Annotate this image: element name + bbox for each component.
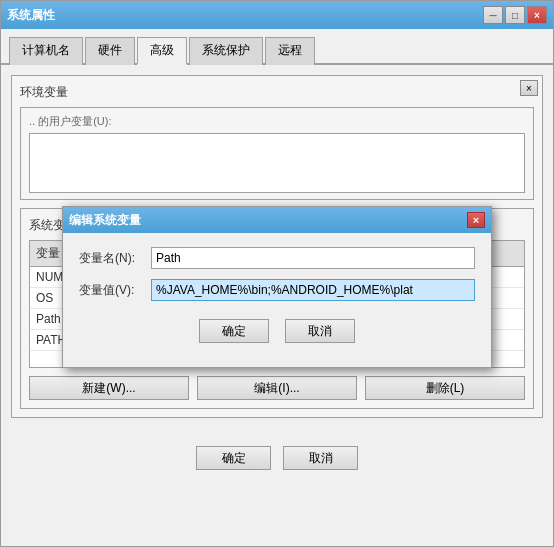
dialog-title-bar: 编辑系统变量 × — [63, 207, 491, 233]
title-bar-buttons: ─ □ × — [483, 6, 547, 24]
main-cancel-button[interactable]: 取消 — [283, 446, 358, 470]
env-panel: 环境变量 × .. 的用户变量(U): 编辑系统变量 × 变量名(N): — [11, 75, 543, 418]
content-area: 环境变量 × .. 的用户变量(U): 编辑系统变量 × 变量名(N): — [1, 65, 553, 436]
main-title-bar: 系统属性 ─ □ × — [1, 1, 553, 29]
var-value-input[interactable] — [151, 279, 475, 301]
var-value-row: 变量值(V): — [79, 279, 475, 301]
user-vars-label: .. 的用户变量(U): — [29, 114, 525, 129]
edit-sys-var-button[interactable]: 编辑(I)... — [197, 376, 357, 400]
dialog-cancel-button[interactable]: 取消 — [285, 319, 355, 343]
env-panel-title: 环境变量 — [20, 84, 534, 101]
tab-computer-name[interactable]: 计算机名 — [9, 37, 83, 65]
close-button[interactable]: × — [527, 6, 547, 24]
dialog-confirm-button[interactable]: 确定 — [199, 319, 269, 343]
var-value-label: 变量值(V): — [79, 282, 151, 299]
tab-system-protection[interactable]: 系统保护 — [189, 37, 263, 65]
var-name-row: 变量名(N): — [79, 247, 475, 269]
edit-dialog: 编辑系统变量 × 变量名(N): 变量值(V): 确定 取消 — [62, 206, 492, 368]
dialog-title: 编辑系统变量 — [69, 212, 141, 229]
dialog-buttons: 确定 取消 — [79, 311, 475, 353]
dialog-close-button[interactable]: × — [467, 212, 485, 228]
user-vars-section: .. 的用户变量(U): — [20, 107, 534, 200]
var-name-input[interactable] — [151, 247, 475, 269]
var-name-label: 变量名(N): — [79, 250, 151, 267]
main-window-title: 系统属性 — [7, 7, 55, 24]
user-vars-table — [29, 133, 525, 193]
new-sys-var-button[interactable]: 新建(W)... — [29, 376, 189, 400]
main-window: 系统属性 ─ □ × 计算机名 硬件 高级 系统保护 远程 环境变量 × .. … — [0, 0, 554, 547]
dialog-content: 变量名(N): 变量值(V): 确定 取消 — [63, 233, 491, 367]
env-panel-close[interactable]: × — [520, 80, 538, 96]
tab-advanced[interactable]: 高级 — [137, 37, 187, 65]
tab-hardware[interactable]: 硬件 — [85, 37, 135, 65]
main-confirm-button[interactable]: 确定 — [196, 446, 271, 470]
main-buttons: 确定 取消 — [1, 436, 553, 478]
maximize-button[interactable]: □ — [505, 6, 525, 24]
tab-remote[interactable]: 远程 — [265, 37, 315, 65]
sys-vars-buttons: 新建(W)... 编辑(I)... 删除(L) — [29, 376, 525, 400]
tabs-container: 计算机名 硬件 高级 系统保护 远程 — [1, 29, 553, 65]
delete-sys-var-button[interactable]: 删除(L) — [365, 376, 525, 400]
minimize-button[interactable]: ─ — [483, 6, 503, 24]
